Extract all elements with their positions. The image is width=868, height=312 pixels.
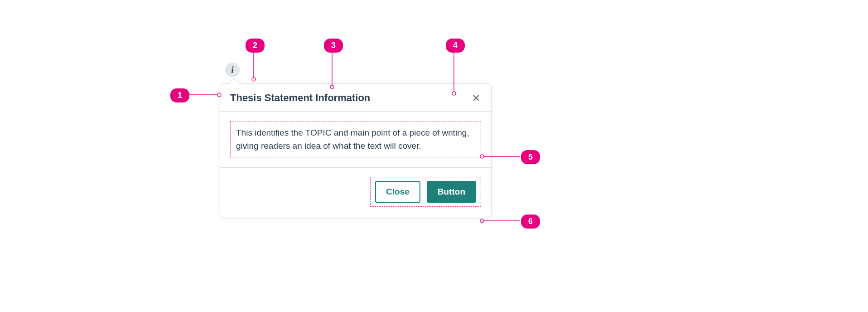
callout-label: 1 (178, 91, 182, 100)
callout-label: 5 (528, 152, 533, 161)
close-button-label: Close (386, 187, 410, 196)
svg-point-5 (252, 78, 256, 81)
popover-title: Thesis Statement Information (230, 92, 370, 104)
close-button[interactable]: Close (375, 181, 420, 203)
callout-label: 6 (528, 217, 533, 226)
callout-label: 2 (253, 41, 257, 50)
callout-badge-3: 3 (324, 39, 343, 53)
callout-label: 4 (453, 41, 458, 50)
callout-badge-1: 1 (170, 88, 189, 102)
popover-footer-highlight: Close Button (370, 177, 481, 207)
popover-body-text: This identifies the TOPIC and main point… (236, 128, 469, 151)
popover-body: This identifies the TOPIC and main point… (220, 112, 491, 168)
diagram-canvas: i Thesis Statement Information This iden… (0, 0, 868, 312)
close-icon[interactable] (471, 93, 481, 103)
popover-container: Thesis Statement Information This identi… (220, 83, 492, 217)
svg-point-13 (480, 219, 484, 223)
info-icon[interactable]: i (225, 63, 240, 77)
popover-footer: Close Button (220, 168, 491, 217)
callout-badge-6: 6 (521, 214, 540, 229)
popover-header: Thesis Statement Information (220, 84, 491, 112)
primary-button-label: Button (438, 187, 465, 196)
callout-badge-2: 2 (246, 39, 265, 53)
callout-label: 3 (331, 41, 336, 50)
primary-button[interactable]: Button (427, 181, 476, 203)
popover-body-highlight: This identifies the TOPIC and main point… (230, 122, 481, 157)
info-icon-glyph: i (231, 65, 234, 75)
callout-badge-4: 4 (446, 39, 465, 53)
callout-badge-5: 5 (521, 150, 540, 164)
